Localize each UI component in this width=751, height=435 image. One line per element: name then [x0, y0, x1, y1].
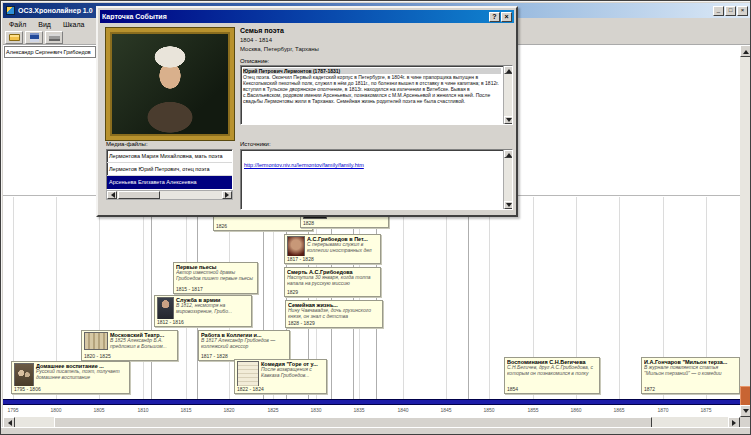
media-scroll-right-button[interactable] — [222, 191, 232, 199]
event-card-dialog: Карточка События ? × Семья поэта 1804 - … — [96, 6, 518, 217]
year-tick-label: 1830 — [304, 407, 328, 413]
media-files-list: Лермонтова Мария Михайловна, мать поэтаЛ… — [106, 149, 233, 190]
up-arrow-icon — [506, 66, 512, 73]
description-textbox[interactable]: Юрий Петрович Лермонтов (1787-1831) Отец… — [240, 65, 513, 125]
media-file-item[interactable]: Лермонтов Юрий Петрович, отец поэта — [107, 163, 232, 176]
scroll-up-button[interactable] — [740, 45, 751, 57]
right-arrow-icon — [732, 420, 739, 426]
timeline-event-card[interactable]: Работа в Коллегии и... В 1817 Александр … — [198, 330, 290, 361]
status-bar — [1, 427, 751, 434]
media-scroll-thumb[interactable] — [118, 191, 160, 199]
event-dates: 1812 - 1816 — [157, 319, 249, 325]
timeline-event-card[interactable]: Смерть А.С.Грибоедова Наступила 30 январ… — [284, 267, 381, 297]
description-scrollbar[interactable] — [503, 66, 512, 124]
year-tick-label: 1870 — [651, 407, 675, 413]
timeline-event-card[interactable]: Московский Театр... В 1825 Александр Б.А… — [81, 330, 178, 361]
timeline-event-card[interactable]: И.А.Гончаров "Мильон терза... В журнале … — [641, 357, 740, 394]
event-thumbnail — [84, 332, 108, 350]
year-tick-label: 1860 — [564, 407, 588, 413]
person-list-item[interactable]: Александр Сергеевич Грибоедов — [4, 46, 96, 58]
event-card-body: Комедия "Горе от у... После возвращения … — [237, 361, 324, 386]
source-link[interactable]: http://lermontov.niv.ru/lermontov/family… — [244, 162, 364, 168]
year-tick-label: 1825 — [261, 407, 285, 413]
vertical-scrollbar[interactable] — [740, 45, 751, 417]
event-places: Москва, Петербург, Тарханы — [240, 46, 319, 52]
event-date-range: 1804 - 1814 — [240, 37, 272, 43]
event-guide-line — [468, 197, 469, 399]
media-file-item[interactable]: Лермонтова Мария Михайловна, мать поэта — [107, 150, 232, 163]
menu-item[interactable]: Вид — [32, 21, 57, 28]
down-arrow-icon — [743, 409, 749, 416]
portrait-image — [106, 28, 234, 140]
right-arrow-icon — [225, 192, 232, 198]
application-window: ОС3.Хронолайнер 1.0 _ □ × ФайлВидШкалаСп… — [0, 0, 751, 435]
left-arrow-icon — [108, 192, 115, 198]
event-dates: 1826 — [216, 223, 310, 229]
menu-item[interactable]: Шкала — [57, 21, 91, 28]
year-tick-label: 1820 — [217, 407, 241, 413]
timeline-event-card[interactable]: А.С.Грибоедов в Пет... С перерывами служ… — [284, 234, 381, 264]
year-tick-label: 1850 — [477, 407, 501, 413]
event-thumbnail — [157, 297, 174, 319]
maximize-button[interactable]: □ — [725, 6, 736, 16]
event-dates: 1829 — [287, 289, 378, 295]
year-tick-label: 1845 — [434, 407, 458, 413]
event-card-body: Семейная жизнь... Нину Чавчавадзе, дочь … — [288, 302, 380, 320]
year-tick-label: 1810 — [131, 407, 155, 413]
event-card-body: И.А.Гончаров "Мильон терза... В журнале … — [644, 359, 737, 386]
menu-item[interactable]: Файл — [3, 21, 32, 28]
year-tick-label: 1835 — [347, 407, 371, 413]
dialog-close-button[interactable]: × — [501, 12, 512, 22]
year-tick-label: 1795 — [1, 407, 25, 413]
event-thumbnail — [237, 361, 259, 386]
timeline-event-card[interactable]: Домашнее воспитание ... Русский писатель… — [11, 361, 130, 394]
sources-scroll-down-button[interactable] — [504, 201, 513, 209]
description-scroll-up-button[interactable] — [504, 66, 513, 74]
open-button[interactable] — [5, 31, 23, 44]
timeline-event-card[interactable]: Служба в армии В 1812, несмотря на миров… — [154, 295, 252, 327]
description-label: Описание: — [240, 58, 269, 64]
event-dates: 1872 — [644, 386, 737, 392]
event-dates: 1828 — [303, 220, 386, 226]
timeline-event-card[interactable]: Первые пьесы Автор известной драмы Грибо… — [173, 262, 258, 294]
year-tick-label: 1800 — [44, 407, 68, 413]
save-icon — [30, 33, 39, 42]
down-arrow-icon — [506, 118, 512, 125]
event-card-body: Московский Театр... В 1825 Александр Б.А… — [84, 332, 175, 353]
scroll-down-button[interactable] — [740, 405, 751, 417]
media-scroll-left-button[interactable] — [107, 191, 117, 199]
event-name: Семья поэта — [240, 27, 284, 34]
event-thumbnail — [14, 363, 34, 386]
up-arrow-icon — [506, 150, 512, 157]
minimize-button[interactable]: _ — [713, 6, 724, 16]
app-icon — [6, 6, 15, 15]
timeline-event-card[interactable]: Семейная жизнь... Нину Чавчавадзе, дочь … — [285, 300, 383, 328]
description-text: Отец поэта. Окончил Первый кадетский кор… — [243, 74, 501, 104]
gridline — [619, 197, 620, 399]
media-files-label: Медиа-файлы: — [106, 141, 148, 147]
sources-scrollbar[interactable] — [503, 150, 512, 209]
dialog-title-bar[interactable]: Карточка События ? × — [100, 10, 514, 23]
description-scroll-down-button[interactable] — [504, 116, 513, 124]
media-list-scrollbar[interactable] — [106, 190, 233, 200]
year-tick-label: 1865 — [607, 407, 631, 413]
year-tick-label: 1805 — [87, 407, 111, 413]
event-dates: 1854 — [507, 386, 597, 392]
event-card-body: Служба в армии В 1812, несмотря на миров… — [157, 297, 249, 319]
year-tick-label: 1855 — [521, 407, 545, 413]
close-button[interactable]: × — [737, 6, 748, 16]
timeline-event-card[interactable]: Комедия "Горе от у... После возвращения … — [234, 359, 327, 394]
event-thumbnail — [287, 236, 305, 256]
event-description: С.Н.Бегичев, друг А.С.Грибоедова, с кото… — [507, 365, 597, 376]
media-file-item[interactable]: Арсеньева Елизавета Алексеевна — [107, 176, 232, 189]
year-tick-label: 1840 — [391, 407, 415, 413]
save-button[interactable] — [25, 31, 43, 44]
print-button[interactable] — [45, 31, 63, 44]
gridline — [489, 197, 490, 399]
sources-scroll-up-button[interactable] — [504, 150, 513, 158]
dialog-help-button[interactable]: ? — [489, 12, 500, 22]
timeline-axis — [3, 399, 740, 405]
event-card-body: Работа в Коллегии и... В 1817 Александр … — [201, 332, 287, 353]
gridline — [446, 197, 447, 399]
timeline-event-card[interactable]: Воспоминания С.Н.Бегичева С.Н.Бегичев, д… — [504, 357, 600, 394]
